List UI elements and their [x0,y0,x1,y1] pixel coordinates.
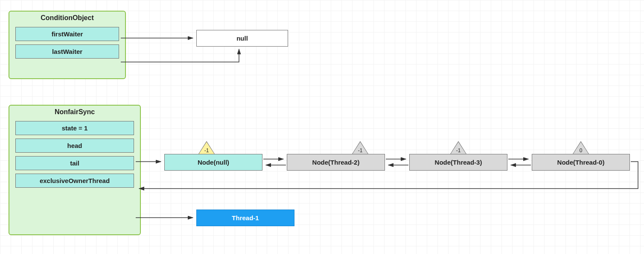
queue-node-0: Node(null) [164,154,262,171]
head-field: head [15,139,134,153]
wait-status-2: -1 [451,148,466,154]
state-field: state = 1 [15,121,134,135]
condition-object-group: ConditionObject firstWaiter lastWaiter [9,11,126,79]
wait-status-1: -1 [353,148,368,154]
nonfair-sync-group: NonfairSync state = 1 head tail exclusiv… [9,105,141,235]
wait-status-3: 0 [573,148,589,154]
queue-node-2: Node(Thread-3) [409,154,507,171]
last-waiter-field: lastWaiter [15,44,119,59]
condition-object-title: ConditionObject [9,12,125,24]
null-node: null [196,30,288,47]
exclusive-owner-thread-field: exclusiveOwnerThread [15,174,134,188]
queue-node-1: Node(Thread-2) [287,154,385,171]
owner-thread-node: Thread-1 [196,210,294,226]
wait-status-0: -1 [199,148,214,154]
queue-node-3: Node(Thread-0) [532,154,630,171]
tail-field: tail [15,156,134,170]
nonfair-sync-title: NonfairSync [9,106,140,118]
first-waiter-field: firstWaiter [15,27,119,41]
